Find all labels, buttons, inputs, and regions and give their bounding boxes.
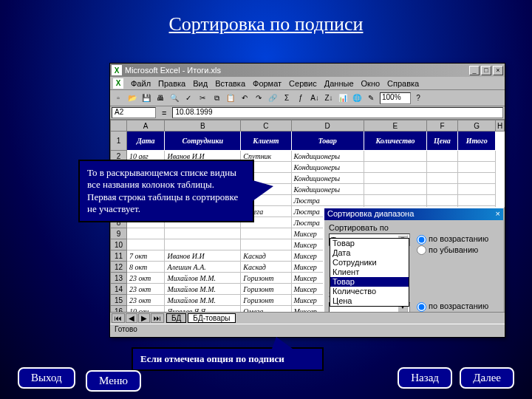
cell[interactable]: Каскад [241, 250, 291, 262]
cell[interactable]: Кондиционеры [291, 151, 364, 162]
menu-edit[interactable]: Правка [158, 79, 185, 88]
radio-asc1[interactable]: по возрастанию [417, 233, 488, 245]
cut-icon[interactable]: ✂ [196, 92, 209, 105]
cell[interactable] [165, 239, 241, 250]
cell[interactable]: Кондиционеры [291, 162, 364, 173]
cell[interactable] [426, 162, 457, 173]
sheet-tab-active[interactable]: БД-товары [188, 313, 235, 323]
cell[interactable] [426, 173, 457, 184]
cell[interactable]: Иванов И.И [165, 250, 241, 262]
cell[interactable] [241, 239, 291, 250]
dropdown-item[interactable]: Цена [330, 296, 409, 306]
cell[interactable]: Горизонт [241, 295, 291, 306]
tab-prev-icon[interactable]: ◀ [126, 313, 137, 323]
cell[interactable] [364, 173, 426, 184]
cell[interactable]: Люстра [291, 195, 364, 206]
cell[interactable]: Горизонт [241, 273, 291, 284]
menu-button[interactable]: Меню [86, 370, 141, 392]
row-header[interactable]: 10 [111, 239, 127, 250]
tab-first-icon[interactable]: ⏮ [112, 313, 125, 323]
row-header[interactable]: 13 [111, 273, 127, 284]
menu-window[interactable]: Окно [361, 79, 381, 88]
exit-button[interactable]: Выход [18, 367, 75, 389]
cell[interactable] [364, 195, 426, 206]
cell[interactable]: Кондиционеры [291, 173, 364, 184]
menu-tools[interactable]: Сервис [289, 79, 317, 88]
cell[interactable] [127, 239, 165, 250]
dropdown-item[interactable]: Клиент [330, 267, 409, 277]
row-header[interactable]: 16 [111, 306, 127, 313]
redo-icon[interactable]: ↷ [252, 92, 265, 105]
cell[interactable]: Михайлов М.М. [165, 284, 241, 295]
close-button[interactable]: × [493, 66, 503, 75]
cell[interactable]: Омега [241, 306, 291, 313]
sort-asc-icon[interactable]: A↓ [308, 92, 321, 105]
help-icon[interactable]: ? [412, 92, 425, 105]
cell[interactable] [458, 151, 496, 162]
link-icon[interactable]: 🔗 [266, 92, 279, 105]
spell-icon[interactable]: ✓ [182, 92, 195, 105]
radio-desc1[interactable]: по убыванию [417, 245, 488, 256]
dropdown-item[interactable]: Дата [330, 248, 409, 258]
cell[interactable] [127, 228, 165, 239]
col-header[interactable]: B [165, 120, 241, 132]
save-icon[interactable]: 💾 [140, 92, 153, 105]
row-header[interactable]: 14 [111, 284, 127, 295]
menu-data[interactable]: Данные [324, 79, 354, 88]
cell[interactable]: Михайлов М.М. [165, 273, 241, 284]
cell[interactable] [426, 151, 457, 162]
cell[interactable] [458, 173, 496, 184]
dropdown-item[interactable]: Товар [330, 239, 409, 248]
cell[interactable]: Михайлов М.М. [165, 295, 241, 306]
cell[interactable] [364, 184, 426, 195]
dialog-close-icon[interactable]: × [496, 209, 500, 219]
cell[interactable] [241, 228, 291, 239]
back-button[interactable]: Назад [398, 367, 452, 389]
cell[interactable]: 8 окт [127, 262, 165, 273]
print-icon[interactable]: 🖶 [154, 92, 167, 105]
cell[interactable]: Алешин А.А. [165, 262, 241, 273]
cell[interactable]: Яковлев Я.Я. [165, 306, 241, 313]
row-header[interactable]: 1 [111, 132, 127, 151]
zoom-box[interactable]: 100% [380, 92, 411, 104]
sort-field-dropdown[interactable]: ТоварДатаСотрудникиКлиентТоварКоличество… [330, 238, 409, 307]
dropdown-item[interactable]: Товар [330, 277, 409, 287]
dropdown-item[interactable]: Сотрудники [330, 258, 409, 267]
cell[interactable] [426, 195, 457, 206]
menu-view[interactable]: Вид [193, 79, 208, 88]
map-icon[interactable]: 🌐 [350, 92, 364, 105]
undo-icon[interactable]: ↶ [238, 92, 251, 105]
menu-file[interactable]: Файл [131, 79, 151, 88]
col-header[interactable] [111, 120, 127, 132]
cell[interactable] [458, 195, 496, 206]
tab-last-icon[interactable]: ⏭ [151, 313, 164, 323]
sheet-tab-bd[interactable]: БД [166, 313, 186, 323]
menu-insert[interactable]: Вставка [215, 79, 245, 88]
cell[interactable]: Кондиционеры [291, 184, 364, 195]
minimize-button[interactable]: _ [469, 66, 480, 75]
cell[interactable]: 23 окт [127, 284, 165, 295]
col-header[interactable]: F [426, 120, 457, 132]
cell[interactable] [458, 184, 496, 195]
cell[interactable] [458, 162, 496, 173]
menu-help[interactable]: Справка [387, 79, 419, 88]
draw-icon[interactable]: ✎ [364, 92, 378, 105]
sort-desc-icon[interactable]: Z↓ [322, 92, 335, 105]
maximize-button[interactable]: □ [481, 66, 491, 75]
col-header[interactable]: G [458, 120, 496, 132]
dropdown-item[interactable]: Количество [330, 287, 409, 296]
new-icon[interactable]: ▫ [112, 92, 125, 105]
row-header[interactable]: 15 [111, 295, 127, 306]
col-header[interactable]: H [496, 120, 505, 132]
col-header[interactable]: C [241, 120, 291, 132]
row-header[interactable]: 12 [111, 262, 127, 273]
menu-format[interactable]: Формат [253, 79, 282, 88]
cell[interactable] [426, 184, 457, 195]
formula-value[interactable]: 10.08.1999 [172, 107, 503, 118]
sum-icon[interactable]: Σ [280, 92, 293, 105]
col-header[interactable]: E [364, 120, 426, 132]
copy-icon[interactable]: ⧉ [210, 92, 223, 105]
row-header[interactable]: 9 [111, 228, 127, 239]
cell[interactable] [165, 228, 241, 239]
col-header[interactable]: A [127, 120, 165, 132]
